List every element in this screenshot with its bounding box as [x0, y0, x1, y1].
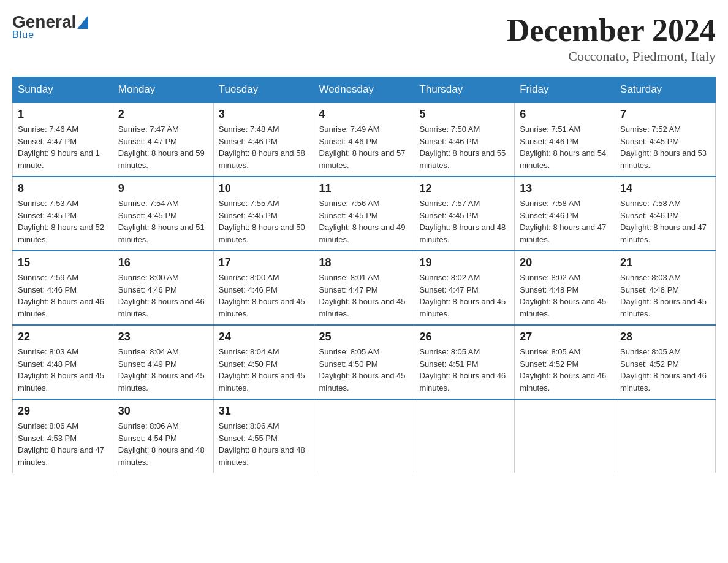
day-info: Sunrise: 7:47 AM Sunset: 4:47 PM Dayligh… — [118, 123, 208, 171]
day-cell-25: 25 Sunrise: 8:05 AM Sunset: 4:50 PM Dayl… — [314, 325, 414, 399]
day-cell-18: 18 Sunrise: 8:01 AM Sunset: 4:47 PM Dayl… — [314, 251, 414, 325]
day-number: 12 — [419, 182, 509, 195]
day-info: Sunrise: 7:49 AM Sunset: 4:46 PM Dayligh… — [319, 123, 409, 171]
day-number: 22 — [18, 331, 108, 343]
logo: General Blue — [12, 12, 88, 40]
day-cell-6: 6 Sunrise: 7:51 AM Sunset: 4:46 PM Dayli… — [515, 102, 615, 177]
day-info: Sunrise: 8:05 AM Sunset: 4:52 PM Dayligh… — [620, 346, 710, 394]
empty-cell — [515, 399, 615, 473]
day-info: Sunrise: 7:51 AM Sunset: 4:46 PM Dayligh… — [520, 123, 610, 171]
day-number: 6 — [520, 108, 610, 121]
day-number: 31 — [219, 405, 309, 418]
day-number: 27 — [520, 331, 610, 343]
day-number: 16 — [118, 256, 208, 269]
day-info: Sunrise: 8:04 AM Sunset: 4:50 PM Dayligh… — [219, 346, 309, 394]
day-cell-31: 31 Sunrise: 8:06 AM Sunset: 4:55 PM Dayl… — [213, 399, 314, 473]
day-header-friday: Friday — [515, 77, 615, 103]
day-number: 3 — [219, 108, 309, 121]
title-area: December 2024 Cocconato, Piedmont, Italy — [507, 12, 716, 64]
day-cell-15: 15 Sunrise: 7:59 AM Sunset: 4:46 PM Dayl… — [13, 251, 113, 325]
day-info: Sunrise: 7:46 AM Sunset: 4:47 PM Dayligh… — [18, 123, 108, 171]
empty-cell — [414, 399, 515, 473]
day-info: Sunrise: 7:55 AM Sunset: 4:45 PM Dayligh… — [219, 197, 309, 245]
day-info: Sunrise: 8:06 AM Sunset: 4:54 PM Dayligh… — [118, 420, 208, 468]
day-cell-4: 4 Sunrise: 7:49 AM Sunset: 4:46 PM Dayli… — [314, 102, 414, 177]
day-number: 18 — [319, 256, 409, 269]
day-cell-27: 27 Sunrise: 8:05 AM Sunset: 4:52 PM Dayl… — [515, 325, 615, 399]
day-info: Sunrise: 8:02 AM Sunset: 4:47 PM Dayligh… — [419, 272, 509, 320]
day-cell-14: 14 Sunrise: 7:58 AM Sunset: 4:46 PM Dayl… — [615, 177, 716, 251]
day-info: Sunrise: 8:05 AM Sunset: 4:51 PM Dayligh… — [419, 346, 509, 394]
day-info: Sunrise: 7:57 AM Sunset: 4:45 PM Dayligh… — [419, 197, 509, 245]
days-header-row: SundayMondayTuesdayWednesdayThursdayFrid… — [13, 77, 716, 103]
day-cell-28: 28 Sunrise: 8:05 AM Sunset: 4:52 PM Dayl… — [615, 325, 716, 399]
day-number: 5 — [419, 108, 509, 121]
day-header-thursday: Thursday — [414, 77, 515, 103]
week-row-4: 22 Sunrise: 8:03 AM Sunset: 4:48 PM Dayl… — [13, 325, 716, 399]
day-cell-29: 29 Sunrise: 8:06 AM Sunset: 4:53 PM Dayl… — [13, 399, 113, 473]
day-number: 29 — [18, 405, 108, 418]
day-number: 21 — [620, 256, 710, 269]
day-info: Sunrise: 8:00 AM Sunset: 4:46 PM Dayligh… — [118, 272, 208, 320]
day-cell-20: 20 Sunrise: 8:02 AM Sunset: 4:48 PM Dayl… — [515, 251, 615, 325]
day-cell-13: 13 Sunrise: 7:58 AM Sunset: 4:46 PM Dayl… — [515, 177, 615, 251]
day-info: Sunrise: 7:50 AM Sunset: 4:46 PM Dayligh… — [419, 123, 509, 171]
day-number: 30 — [118, 405, 208, 418]
day-cell-17: 17 Sunrise: 8:00 AM Sunset: 4:46 PM Dayl… — [213, 251, 314, 325]
day-info: Sunrise: 8:06 AM Sunset: 4:53 PM Dayligh… — [18, 420, 108, 468]
day-info: Sunrise: 8:05 AM Sunset: 4:52 PM Dayligh… — [520, 346, 610, 394]
day-info: Sunrise: 7:54 AM Sunset: 4:45 PM Dayligh… — [118, 197, 208, 245]
week-row-3: 15 Sunrise: 7:59 AM Sunset: 4:46 PM Dayl… — [13, 251, 716, 325]
day-cell-30: 30 Sunrise: 8:06 AM Sunset: 4:54 PM Dayl… — [113, 399, 213, 473]
day-number: 9 — [118, 182, 208, 195]
day-info: Sunrise: 7:58 AM Sunset: 4:46 PM Dayligh… — [620, 197, 710, 245]
day-number: 26 — [419, 331, 509, 343]
day-info: Sunrise: 8:05 AM Sunset: 4:50 PM Dayligh… — [319, 346, 409, 394]
day-number: 4 — [319, 108, 409, 121]
day-cell-24: 24 Sunrise: 8:04 AM Sunset: 4:50 PM Dayl… — [213, 325, 314, 399]
day-info: Sunrise: 7:48 AM Sunset: 4:46 PM Dayligh… — [219, 123, 309, 171]
day-number: 13 — [520, 182, 610, 195]
day-cell-1: 1 Sunrise: 7:46 AM Sunset: 4:47 PM Dayli… — [13, 102, 113, 177]
day-info: Sunrise: 8:06 AM Sunset: 4:55 PM Dayligh… — [219, 420, 309, 468]
day-number: 24 — [219, 331, 309, 343]
day-info: Sunrise: 8:01 AM Sunset: 4:47 PM Dayligh… — [319, 272, 409, 320]
empty-cell — [615, 399, 716, 473]
day-info: Sunrise: 8:00 AM Sunset: 4:46 PM Dayligh… — [219, 272, 309, 320]
day-cell-19: 19 Sunrise: 8:02 AM Sunset: 4:47 PM Dayl… — [414, 251, 515, 325]
day-number: 17 — [219, 256, 309, 269]
day-header-wednesday: Wednesday — [314, 77, 414, 103]
day-number: 23 — [118, 331, 208, 343]
day-header-saturday: Saturday — [615, 77, 716, 103]
day-cell-5: 5 Sunrise: 7:50 AM Sunset: 4:46 PM Dayli… — [414, 102, 515, 177]
day-info: Sunrise: 8:03 AM Sunset: 4:48 PM Dayligh… — [620, 272, 710, 320]
day-number: 7 — [620, 108, 710, 121]
day-cell-8: 8 Sunrise: 7:53 AM Sunset: 4:45 PM Dayli… — [13, 177, 113, 251]
day-cell-9: 9 Sunrise: 7:54 AM Sunset: 4:45 PM Dayli… — [113, 177, 213, 251]
location-text: Cocconato, Piedmont, Italy — [507, 48, 716, 64]
day-info: Sunrise: 7:52 AM Sunset: 4:45 PM Dayligh… — [620, 123, 710, 171]
day-info: Sunrise: 7:56 AM Sunset: 4:45 PM Dayligh… — [319, 197, 409, 245]
day-number: 1 — [18, 108, 108, 121]
month-title: December 2024 — [507, 12, 716, 48]
day-cell-22: 22 Sunrise: 8:03 AM Sunset: 4:48 PM Dayl… — [13, 325, 113, 399]
week-row-5: 29 Sunrise: 8:06 AM Sunset: 4:53 PM Dayl… — [13, 399, 716, 473]
day-info: Sunrise: 7:59 AM Sunset: 4:46 PM Dayligh… — [18, 272, 108, 320]
day-cell-16: 16 Sunrise: 8:00 AM Sunset: 4:46 PM Dayl… — [113, 251, 213, 325]
page-header: General Blue December 2024 Cocconato, Pi… — [12, 12, 716, 64]
day-number: 8 — [18, 182, 108, 195]
logo-triangle-icon — [77, 15, 88, 29]
day-number: 15 — [18, 256, 108, 269]
day-cell-12: 12 Sunrise: 7:57 AM Sunset: 4:45 PM Dayl… — [414, 177, 515, 251]
day-cell-11: 11 Sunrise: 7:56 AM Sunset: 4:45 PM Dayl… — [314, 177, 414, 251]
empty-cell — [314, 399, 414, 473]
day-number: 2 — [118, 108, 208, 121]
day-cell-2: 2 Sunrise: 7:47 AM Sunset: 4:47 PM Dayli… — [113, 102, 213, 177]
day-number: 11 — [319, 182, 409, 195]
day-number: 20 — [520, 256, 610, 269]
day-info: Sunrise: 8:03 AM Sunset: 4:48 PM Dayligh… — [18, 346, 108, 394]
day-header-monday: Monday — [113, 77, 213, 103]
week-row-2: 8 Sunrise: 7:53 AM Sunset: 4:45 PM Dayli… — [13, 177, 716, 251]
day-cell-23: 23 Sunrise: 8:04 AM Sunset: 4:49 PM Dayl… — [113, 325, 213, 399]
week-row-1: 1 Sunrise: 7:46 AM Sunset: 4:47 PM Dayli… — [13, 102, 716, 177]
